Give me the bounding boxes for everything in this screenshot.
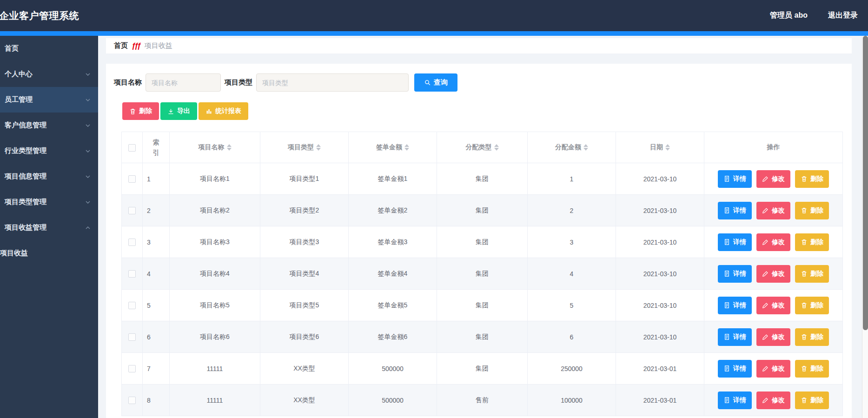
edit-button[interactable]: 修改: [756, 297, 790, 314]
cell-project-type: 项目类型5: [260, 290, 349, 321]
delete-button[interactable]: 删除: [795, 265, 829, 283]
scrollbar-thumb[interactable]: [863, 36, 868, 330]
detail-button[interactable]: 详情: [718, 328, 752, 346]
document-icon: [723, 302, 730, 309]
project-name-input[interactable]: [146, 73, 221, 92]
delete-button[interactable]: 删除: [795, 360, 829, 378]
cell-alloc-type: 售前: [437, 385, 528, 416]
breadcrumb-home[interactable]: 首页: [114, 41, 128, 50]
cell-actions: 详情修改删除: [704, 353, 843, 385]
delete-button-label: 删除: [810, 333, 823, 341]
sidebar-item-customer-info-management[interactable]: 客户信息管理: [0, 113, 98, 138]
edit-button[interactable]: 修改: [756, 233, 790, 251]
detail-button-label: 详情: [733, 175, 746, 183]
column-header-date[interactable]: 日期: [616, 132, 704, 163]
document-icon: [723, 239, 730, 245]
detail-button[interactable]: 详情: [718, 233, 752, 251]
sort-icons[interactable]: [583, 144, 588, 151]
sidebar-item-project-income-management[interactable]: 项目收益管理: [0, 215, 98, 240]
export-button[interactable]: 导出: [160, 102, 197, 120]
sidebar-item-project-type-management[interactable]: 项目类型管理: [0, 189, 98, 215]
detail-button-label: 详情: [733, 270, 746, 278]
select-all-header-cell: [122, 132, 143, 163]
sidebar-item-project-income[interactable]: 项目收益: [0, 240, 98, 266]
sidebar-item-personal-center[interactable]: 个人中心: [0, 61, 98, 87]
edit-button[interactable]: 修改: [756, 170, 790, 188]
column-header-sign-amount[interactable]: 签单金额: [349, 132, 437, 163]
edit-button[interactable]: 修改: [756, 202, 790, 219]
chevron-down-icon: [84, 199, 92, 206]
cell-project-type: XX类型: [260, 385, 349, 416]
report-button[interactable]: 统计报表: [199, 102, 248, 120]
select-all-checkbox[interactable]: [128, 144, 136, 152]
delete-button[interactable]: 删除: [795, 233, 829, 251]
cell-project-name: 项目名称6: [170, 321, 260, 353]
detail-button[interactable]: 详情: [718, 391, 752, 409]
sidebar-item-home[interactable]: 首页: [0, 36, 98, 61]
cell-sign-amount: 签单金额2: [349, 195, 437, 226]
column-header-project-type[interactable]: 项目类型: [260, 132, 349, 163]
bulk-delete-button[interactable]: 删除: [122, 102, 159, 120]
sort-icons[interactable]: [665, 144, 670, 151]
delete-button-label: 删除: [810, 206, 823, 215]
chevron-down-icon: [84, 199, 92, 206]
delete-button[interactable]: 删除: [795, 391, 829, 409]
row-checkbox[interactable]: [128, 239, 136, 246]
document-icon: [723, 333, 730, 340]
delete-button[interactable]: 删除: [795, 297, 829, 314]
edit-button-label: 修改: [772, 175, 785, 183]
column-label: 索引: [152, 137, 160, 158]
cell-alloc-type: 集团: [437, 321, 528, 353]
detail-button[interactable]: 详情: [718, 360, 752, 378]
project-type-input[interactable]: [256, 73, 409, 92]
accent-bar: [0, 31, 868, 36]
cell-sign-amount: 签单金额3: [349, 226, 437, 258]
sort-icons[interactable]: [494, 144, 499, 151]
row-checkbox[interactable]: [128, 175, 136, 183]
sidebar-item-employee-management[interactable]: 员工管理: [0, 87, 98, 113]
row-checkbox[interactable]: [128, 207, 136, 214]
detail-button[interactable]: 详情: [718, 265, 752, 283]
pencil-icon: [762, 333, 769, 340]
cell-project-type: 项目类型3: [260, 226, 349, 258]
detail-button[interactable]: 详情: [718, 202, 752, 219]
delete-button[interactable]: 删除: [795, 202, 829, 219]
sidebar-item-industry-type-management[interactable]: 行业类型管理: [0, 138, 98, 164]
pencil-icon: [762, 175, 769, 182]
delete-button[interactable]: 删除: [795, 170, 829, 188]
logout-link[interactable]: 退出登录: [828, 11, 858, 20]
edit-button[interactable]: 修改: [756, 265, 790, 283]
detail-button[interactable]: 详情: [718, 170, 752, 188]
column-header-alloc-amount[interactable]: 分配金额: [528, 132, 616, 163]
chevron-down-icon: [84, 122, 92, 129]
row-checkbox[interactable]: [128, 302, 136, 309]
content-card: 项目名称 项目类型 查询 删除 导出: [106, 64, 852, 418]
sort-icons[interactable]: [316, 144, 321, 151]
row-checkbox[interactable]: [128, 333, 136, 341]
sidebar-item-project-info-management[interactable]: 项目信息管理: [0, 164, 98, 189]
cell-date: 2021-03-10: [616, 321, 704, 353]
edit-button[interactable]: 修改: [756, 328, 790, 346]
sort-icons[interactable]: [227, 144, 232, 151]
row-checkbox[interactable]: [128, 270, 136, 278]
pencil-icon: [762, 207, 769, 214]
download-icon: [167, 108, 174, 115]
edit-button[interactable]: 修改: [756, 391, 790, 409]
delete-button-label: 删除: [810, 238, 823, 246]
edit-button[interactable]: 修改: [756, 360, 790, 378]
column-label: 签单金额: [376, 143, 402, 152]
chevron-down-icon: [84, 71, 92, 78]
row-checkbox[interactable]: [128, 397, 136, 404]
detail-button[interactable]: 详情: [718, 297, 752, 314]
delete-button[interactable]: 删除: [795, 328, 829, 346]
cell-date: 2021-03-01: [616, 353, 704, 385]
column-header-project-name[interactable]: 项目名称: [170, 132, 260, 163]
row-checkbox[interactable]: [128, 365, 136, 372]
column-header-alloc-type[interactable]: 分配类型: [437, 132, 528, 163]
table-row: 711111XX类型500000集团2500002021-03-01详情修改删除: [122, 353, 843, 385]
sort-icons[interactable]: [404, 144, 409, 151]
cell-alloc-type: 集团: [437, 290, 528, 321]
query-button[interactable]: 查询: [414, 73, 457, 92]
vertical-scrollbar[interactable]: [862, 36, 868, 418]
sidebar-item-label: 项目收益: [0, 249, 28, 258]
